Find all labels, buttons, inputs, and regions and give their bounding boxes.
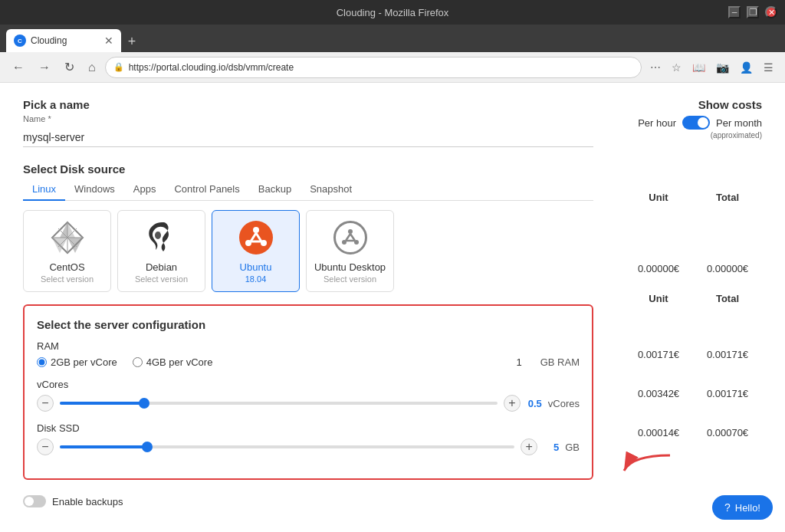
ram-total-cost: 0.00171€ [693,349,762,360]
ram-option-4gb[interactable]: 4GB per vCore [133,356,213,368]
debian-name: Debian [124,261,199,273]
vcores-slider-thumb[interactable] [139,398,149,409]
home-button[interactable]: ⌂ [84,57,100,77]
disk-unit-header: Unit [624,192,693,203]
disk-increase-button[interactable]: + [521,438,537,455]
server-name-input[interactable] [23,128,593,147]
server-config-wrapper: Select the server configuration RAM 2GB … [23,304,593,514]
os-card-debian[interactable]: Debian Select version [117,210,205,292]
ram-options-row: 2GB per vCore 4GB per vCore 1 GB RAM [37,356,580,368]
ubuntu-desktop-icon [331,218,370,257]
os-card-centos[interactable]: CentOS Select version [23,210,111,292]
forward-button[interactable]: → [34,57,55,77]
ram-label: RAM [37,340,580,352]
bookmark-button[interactable]: ☆ [668,59,685,76]
window-controls: – ❐ ✕ [728,6,777,18]
name-label: Name * [23,114,593,123]
centos-svg [48,218,87,257]
disk-value: 5 [544,442,559,453]
screenshot-button[interactable]: 📷 [712,59,733,76]
svg-point-13 [348,229,353,234]
nav-actions: ⋯ ☆ 📖 📷 👤 ☰ [646,59,777,76]
red-arrow-svg [616,448,678,478]
os-card-ubuntu[interactable]: Ubuntu 18.04 [212,210,300,292]
disk-slider-track[interactable] [60,445,514,448]
tab-snapshot[interactable]: Snapshot [301,179,361,201]
disk-total-header: Total [693,192,762,203]
back-button[interactable]: ← [8,57,29,77]
tab-windows[interactable]: Windows [65,179,124,201]
tab-close-icon[interactable]: ✕ [104,34,113,47]
server-col-headers: Unit Total [609,293,762,304]
tab-backup[interactable]: Backup [249,179,301,201]
vcores-slider-row: − + 0.5 vCores [37,395,580,412]
ram-radio-4gb[interactable] [133,357,143,367]
address-bar[interactable]: 🔒 https://portal.clouding.io/dsb/vmm/cre… [105,57,642,78]
disk-total-cost: 0.00000€ [693,263,762,274]
disk-slider-thumb[interactable] [142,442,153,452]
disk-unit-cost: 0.00000€ [624,263,693,274]
browser-tab[interactable]: C Clouding ✕ [6,29,121,52]
costs-toggle-row: Per hour Per month [609,116,762,130]
backup-knob [25,497,34,506]
right-column: Show costs Per hour Per month (approxima… [609,98,762,517]
titlebar: Clouding - Mozilla Firefox – ❐ ✕ [0,0,785,25]
vcores-unit-cost: 0.00342€ [624,388,693,399]
profile-button[interactable]: 👤 [736,59,757,76]
centos-icon [48,218,87,257]
arrow-container [609,438,762,478]
vcores-unit: vCores [548,398,580,409]
server-config-section: Select the server configuration RAM 2GB … [23,304,593,480]
tab-linux[interactable]: Linux [23,179,65,201]
backup-toggle[interactable] [23,495,46,507]
hello-icon: ? [724,501,731,514]
server-total-header: Total [693,293,762,304]
show-costs-section: Show costs Per hour Per month (approxima… [609,98,762,140]
debian-version: Select version [124,274,199,284]
maximize-button[interactable]: ❐ [747,6,759,18]
reader-button[interactable]: 📖 [688,59,709,76]
per-month-label: Per month [716,117,762,129]
enable-backups-row[interactable]: Enable backups [23,489,593,514]
tab-label: Clouding [31,35,67,46]
vcores-label: vCores [37,379,580,390]
ubuntu-desktop-name: Ubuntu Desktop [313,261,387,273]
tab-apps[interactable]: Apps [124,179,166,201]
disk-ssd-label: Disk SSD [37,422,580,434]
ubuntu-desktop-inner-svg [340,227,361,248]
minimize-button[interactable]: – [728,6,741,18]
vcores-increase-button[interactable]: + [504,395,521,412]
hello-button[interactable]: ? Hello! [712,495,773,520]
vcores-value: 0.5 [527,398,542,409]
costs-toggle-switch[interactable] [682,116,710,130]
os-card-ubuntu-desktop[interactable]: Ubuntu Desktop Select version [306,210,394,292]
ubuntu-inner-svg [243,225,269,251]
ubuntu-circle [239,221,273,255]
disk-slider-fill [60,445,151,448]
disk-source-section: Select Disk source Linux Windows Apps Co… [23,163,593,292]
close-button[interactable]: ✕ [765,6,777,18]
ubuntu-desktop-version: Select version [313,274,387,284]
vcores-slider-track[interactable] [60,402,498,405]
new-tab-button[interactable]: + [121,31,143,52]
extensions-button[interactable]: ⋯ [646,59,665,76]
ram-radio-2gb[interactable] [37,357,47,367]
left-column: Pick a name Name * Select Disk source Li… [23,98,593,517]
vcores-cost-row: 0.00342€ 0.00171€ [609,360,762,399]
tab-control-panels[interactable]: Control Panels [165,179,248,201]
main-content: Pick a name Name * Select Disk source Li… [0,83,785,532]
tab-favicon: C [14,34,26,47]
disk-ssd-cost-row: 0.00014€ 0.00070€ [609,399,762,438]
menu-button[interactable]: ☰ [760,59,777,76]
centos-name: CentOS [30,261,104,273]
disk-ssd-total-cost: 0.00070€ [693,427,762,438]
disk-decrease-button[interactable]: − [37,438,54,455]
navbar: ← → ↻ ⌂ 🔒 https://portal.clouding.io/dsb… [0,52,785,83]
disk-unit: GB [565,442,580,453]
ram-option-2gb[interactable]: 2GB per vCore [37,356,117,368]
per-hour-label: Per hour [638,117,676,129]
vcores-decrease-button[interactable]: − [37,395,54,412]
ram-config: RAM 2GB per vCore 4GB per vCore 1 GB RAM [37,340,580,368]
disk-cost-row: 0.00000€ 0.00000€ [609,209,762,274]
reload-button[interactable]: ↻ [60,57,79,77]
